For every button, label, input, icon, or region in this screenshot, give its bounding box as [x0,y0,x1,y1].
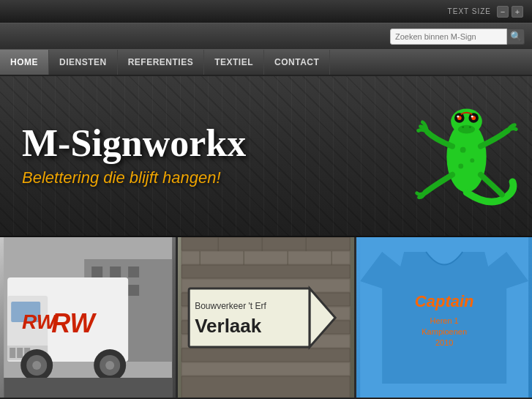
svg-rect-38 [181,237,350,250]
nav-item-textiel[interactable]: TEXTIEL [204,50,264,75]
search-icon: 🔍 [510,31,522,42]
svg-point-9 [462,126,464,128]
svg-text:Kampioenen: Kampioenen [422,327,467,336]
svg-rect-40 [181,265,350,278]
svg-rect-24 [11,302,40,322]
text-size-label: TEXT SIZE [448,7,491,15]
svg-rect-46 [181,348,350,362]
svg-rect-36 [4,378,172,398]
svg-text:RW: RW [51,308,97,338]
svg-point-34 [105,361,114,370]
svg-rect-39 [181,251,350,264]
top-bar: TEXT SIZE − + [0,0,532,23]
gecko-image [408,80,525,226]
nav-item-home[interactable]: HOME [0,50,49,75]
truck-image-cell: RW [0,237,178,398]
truck-image: RW [0,237,176,398]
svg-rect-48 [181,376,350,398]
increase-text-button[interactable]: + [512,6,523,18]
svg-point-12 [470,158,474,163]
svg-point-4 [457,115,459,117]
svg-rect-21 [128,285,139,296]
svg-rect-17 [110,266,121,277]
svg-rect-47 [181,362,350,376]
sign-image: Bouwverkeer 't Erf Verlaak [178,237,353,398]
nav-item-diensten[interactable]: DIENSTEN [49,50,118,75]
svg-text:Bouwverkeer 't Erf: Bouwverkeer 't Erf [195,301,266,311]
nav-item-contact[interactable]: CONTACT [264,50,330,75]
hero-section: M-Signworkx Belettering die blijft hange… [0,76,532,237]
svg-point-7 [471,115,473,117]
svg-point-11 [460,146,465,152]
image-grid: RW [0,237,532,398]
svg-rect-26 [10,348,15,358]
svg-text:Captain: Captain [414,292,473,310]
decrease-text-button[interactable]: − [497,6,509,18]
sign-image-cell: Bouwverkeer 't Erf Verlaak [178,237,356,398]
svg-rect-16 [91,266,102,277]
navigation-bar: HOME DIENSTEN REFERENTIES TEXTIEL CONTAC… [0,50,532,76]
svg-text:Verlaak: Verlaak [195,315,262,337]
nav-item-referenties[interactable]: REFERENTIES [118,50,205,75]
search-bar: 🔍 [0,23,532,50]
svg-rect-18 [128,266,139,277]
svg-point-10 [468,126,471,128]
shirt-image: Captain Heren 1 Kampioenen 2010 [356,237,532,398]
svg-point-8 [457,124,474,133]
svg-rect-27 [17,348,23,358]
svg-point-31 [32,361,41,370]
gecko-svg [410,82,523,225]
svg-text:Heren 1: Heren 1 [430,316,458,325]
shirt-image-cell: Captain Heren 1 Kampioenen 2010 [356,237,532,398]
svg-point-13 [458,163,463,168]
svg-text:2010: 2010 [435,338,453,347]
search-input[interactable] [390,29,507,45]
search-button[interactable]: 🔍 [507,29,525,45]
